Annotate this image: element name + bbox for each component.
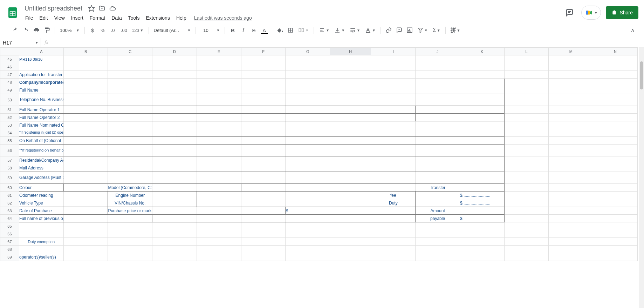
cell[interactable] xyxy=(549,184,593,192)
cell[interactable] xyxy=(416,71,460,79)
cell[interactable] xyxy=(549,172,593,184)
strikethrough-icon[interactable]: S xyxy=(249,25,259,35)
cell[interactable] xyxy=(286,129,330,137)
menu-format[interactable]: Format xyxy=(87,14,108,22)
cell[interactable] xyxy=(197,156,241,164)
col-header[interactable]: L xyxy=(504,48,549,55)
italic-icon[interactable]: I xyxy=(238,25,248,35)
cell[interactable] xyxy=(286,114,330,121)
cell[interactable]: VIN/Chassis No. xyxy=(108,199,152,207)
menu-tools[interactable]: Tools xyxy=(125,14,143,22)
cell[interactable] xyxy=(108,121,152,129)
cell[interactable] xyxy=(371,246,416,253)
cell[interactable] xyxy=(549,129,593,137)
cell[interactable] xyxy=(197,121,241,129)
cell[interactable]: Full Name Operator 2 xyxy=(19,114,63,121)
cloud-status-icon[interactable] xyxy=(109,5,116,12)
cell[interactable] xyxy=(416,137,460,145)
cell[interactable] xyxy=(371,137,416,145)
share-button[interactable]: Share xyxy=(606,6,638,19)
filter-select[interactable]: ▼ xyxy=(415,25,430,35)
cell[interactable] xyxy=(460,121,504,129)
cell[interactable]: Duty xyxy=(371,199,416,207)
cell[interactable] xyxy=(63,137,108,145)
cell[interactable] xyxy=(286,184,330,192)
cell[interactable] xyxy=(197,94,241,106)
cell[interactable] xyxy=(197,106,241,114)
cell[interactable] xyxy=(152,199,197,207)
cell[interactable] xyxy=(593,55,638,63)
functions-select[interactable]: Σ▼ xyxy=(431,25,443,35)
cell[interactable] xyxy=(197,129,241,137)
cell[interactable] xyxy=(152,137,197,145)
cell[interactable] xyxy=(371,238,416,246)
name-box-dropdown-icon[interactable]: ▼ xyxy=(35,41,41,45)
cell[interactable] xyxy=(63,129,108,137)
cell[interactable] xyxy=(63,215,108,222)
cell[interactable] xyxy=(241,145,286,156)
cell[interactable]: *If registering in joint (2) operator na… xyxy=(19,129,63,137)
cell[interactable] xyxy=(504,253,549,261)
cell[interactable] xyxy=(108,106,152,114)
cell[interactable]: $........................ xyxy=(460,192,504,199)
row-header[interactable]: 65 xyxy=(0,222,19,230)
redo-icon[interactable] xyxy=(21,25,31,35)
cell[interactable] xyxy=(593,129,638,137)
cell[interactable]: $ xyxy=(460,215,504,222)
cell[interactable] xyxy=(371,164,416,172)
cell[interactable] xyxy=(504,79,549,86)
row-header[interactable]: 52 xyxy=(0,114,19,121)
cell[interactable] xyxy=(152,172,197,184)
cell[interactable] xyxy=(593,199,638,207)
cell[interactable] xyxy=(549,199,593,207)
cell[interactable] xyxy=(108,222,152,230)
cell[interactable] xyxy=(371,184,416,192)
cell[interactable]: Full Name Nominated Operator (see below)… xyxy=(19,121,63,129)
cell[interactable] xyxy=(504,199,549,207)
cell[interactable] xyxy=(593,230,638,238)
cell[interactable] xyxy=(416,145,460,156)
cell[interactable] xyxy=(19,222,63,230)
row-header[interactable]: 64 xyxy=(0,215,19,222)
cell[interactable] xyxy=(241,114,286,121)
cell[interactable] xyxy=(371,55,416,63)
cell[interactable] xyxy=(108,86,152,94)
borders-icon[interactable] xyxy=(286,25,295,35)
cell[interactable] xyxy=(593,253,638,261)
cell[interactable] xyxy=(504,114,549,121)
row-header[interactable]: 62 xyxy=(0,199,19,207)
cell[interactable] xyxy=(371,253,416,261)
col-header[interactable]: J xyxy=(416,48,460,55)
input-tools-select[interactable]: 拼▼ xyxy=(448,25,463,35)
cell[interactable] xyxy=(460,129,504,137)
cell[interactable] xyxy=(371,230,416,238)
row-header[interactable]: 55 xyxy=(0,137,19,145)
row-header[interactable]: 63 xyxy=(0,207,19,215)
cell[interactable] xyxy=(197,63,241,71)
cell[interactable] xyxy=(549,114,593,121)
cell[interactable] xyxy=(63,79,108,86)
cell[interactable] xyxy=(504,207,549,215)
cell[interactable] xyxy=(593,238,638,246)
cell[interactable] xyxy=(593,94,638,106)
cell[interactable] xyxy=(549,192,593,199)
cell[interactable] xyxy=(63,192,108,199)
cell[interactable] xyxy=(330,164,371,172)
cell[interactable] xyxy=(63,121,108,129)
cell[interactable]: Duty exemption xyxy=(19,238,63,246)
cell[interactable] xyxy=(197,238,241,246)
cell[interactable] xyxy=(416,164,460,172)
cell[interactable] xyxy=(197,222,241,230)
row-header[interactable]: 61 xyxy=(0,192,19,199)
row-header[interactable]: 68 xyxy=(0,246,19,253)
toolbar-collapse-icon[interactable]: ʌ xyxy=(628,26,638,35)
row-header[interactable]: 51 xyxy=(0,106,19,114)
cell[interactable] xyxy=(286,246,330,253)
cell[interactable] xyxy=(108,55,152,63)
cell[interactable] xyxy=(460,230,504,238)
text-wrap-select[interactable]: ▼ xyxy=(348,25,362,35)
increase-decimal-icon[interactable]: .00 xyxy=(119,25,129,35)
cell[interactable] xyxy=(241,238,286,246)
cell[interactable] xyxy=(371,94,416,106)
more-formats-select[interactable]: 123▼ xyxy=(130,25,146,35)
